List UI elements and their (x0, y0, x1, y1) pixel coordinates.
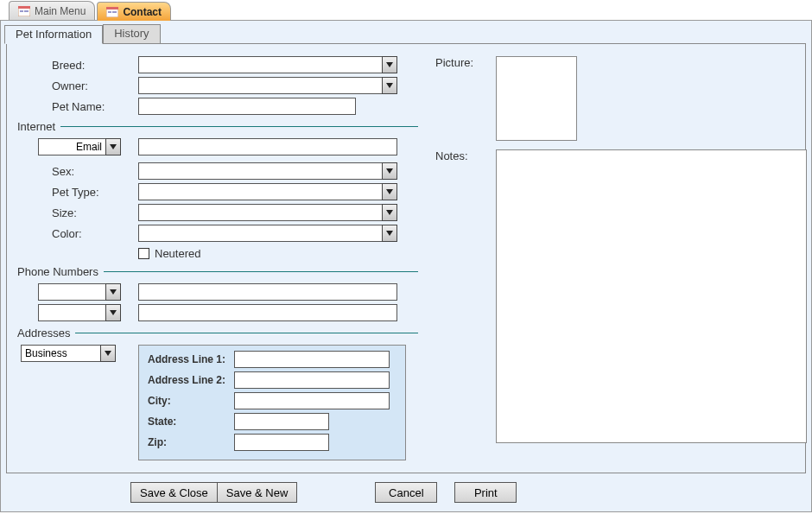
addr-line2-label: Address Line 2: (148, 374, 234, 386)
tab-main-menu[interactable]: Main Menu (9, 1, 95, 20)
address-type-input[interactable] (21, 345, 100, 362)
dropdown-icon[interactable] (382, 77, 397, 94)
divider-line (60, 126, 418, 127)
neutered-label: Neutered (155, 247, 200, 260)
owner-input[interactable] (138, 77, 382, 94)
notes-label: Notes: (435, 149, 487, 162)
dropdown-icon[interactable] (105, 283, 121, 301)
dropdown-icon[interactable] (382, 225, 397, 242)
svg-marker-17 (105, 351, 111, 356)
svg-marker-15 (110, 289, 117, 295)
city-input[interactable] (234, 392, 390, 409)
form-icon (106, 7, 118, 17)
divider-line (104, 271, 418, 272)
phone2-type-input[interactable] (38, 304, 105, 321)
svg-rect-1 (18, 6, 30, 9)
phone2-type-combo[interactable] (38, 304, 121, 321)
workspace: Main Menu Contact Pet Information Histor… (0, 0, 812, 514)
addresses-section-label: Addresses (17, 327, 75, 339)
pet-type-label: Pet Type: (52, 186, 138, 199)
pet-name-label: Pet Name: (52, 100, 138, 113)
email-value-input[interactable] (138, 138, 397, 155)
right-column: Picture: Notes: (435, 56, 807, 460)
form-icon (18, 6, 30, 16)
dropdown-icon[interactable] (382, 204, 397, 221)
svg-marker-16 (110, 310, 117, 315)
section-addresses: Addresses (17, 327, 418, 339)
size-input[interactable] (138, 204, 382, 221)
dropdown-icon[interactable] (105, 304, 121, 321)
breed-combo[interactable] (138, 56, 397, 73)
action-bar: Save & Close Save & New Cancel Print (6, 482, 806, 503)
tab-history[interactable]: History (103, 24, 160, 43)
phone2-value-input[interactable] (138, 304, 397, 321)
svg-marker-14 (386, 231, 393, 236)
color-label: Color: (52, 227, 138, 240)
tab-contact-label: Contact (123, 6, 162, 18)
svg-rect-3 (24, 10, 29, 12)
dropdown-icon[interactable] (382, 183, 397, 200)
form-content: Pet Information History Breed: Owner: (0, 21, 812, 512)
phone1-type-input[interactable] (38, 283, 105, 301)
dropdown-icon[interactable] (382, 56, 397, 73)
breed-input[interactable] (138, 56, 382, 73)
section-phone: Phone Numbers (17, 265, 418, 278)
print-button[interactable]: Print (454, 482, 517, 503)
address-type-combo[interactable] (21, 345, 116, 362)
email-type-combo[interactable] (38, 138, 121, 155)
inner-tabs: Pet Information History (4, 24, 806, 43)
color-input[interactable] (138, 225, 382, 242)
size-label: Size: (52, 206, 138, 219)
addr-line1-label: Address Line 1: (148, 353, 234, 365)
state-label: State: (148, 416, 234, 428)
owner-combo[interactable] (138, 77, 397, 94)
neutered-row: Neutered (138, 247, 418, 260)
city-label: City: (148, 395, 234, 407)
dropdown-icon[interactable] (100, 345, 116, 362)
color-combo[interactable] (138, 225, 397, 242)
svg-marker-10 (110, 144, 117, 149)
svg-marker-12 (386, 189, 393, 194)
notes-textarea[interactable] (496, 149, 807, 443)
dropdown-icon[interactable] (105, 138, 121, 155)
phone1-value-input[interactable] (138, 283, 397, 301)
pet-name-input[interactable] (138, 98, 356, 115)
sex-combo[interactable] (138, 162, 397, 180)
sex-input[interactable] (138, 162, 382, 180)
svg-rect-5 (106, 7, 118, 10)
svg-marker-8 (386, 62, 393, 67)
picture-box[interactable] (496, 56, 577, 141)
save-new-button[interactable]: Save & New (217, 482, 298, 503)
left-column: Breed: Owner: Pet (21, 56, 418, 460)
owner-label: Owner: (52, 79, 138, 92)
sex-label: Sex: (52, 165, 138, 178)
tab-main-menu-label: Main Menu (35, 5, 86, 17)
section-internet: Internet (17, 120, 418, 133)
zip-input[interactable] (234, 434, 329, 451)
svg-marker-11 (386, 168, 393, 174)
svg-rect-6 (108, 11, 111, 13)
svg-marker-13 (386, 210, 393, 215)
pet-type-input[interactable] (138, 183, 382, 200)
dropdown-icon[interactable] (382, 162, 397, 180)
save-close-button[interactable]: Save & Close (130, 482, 218, 503)
phone1-type-combo[interactable] (38, 283, 121, 301)
zip-label: Zip: (148, 436, 234, 448)
svg-rect-7 (112, 11, 117, 13)
tab-contact[interactable]: Contact (97, 2, 171, 21)
neutered-checkbox[interactable] (138, 248, 149, 259)
form-panel: Breed: Owner: Pet (6, 43, 806, 473)
pet-type-combo[interactable] (138, 183, 397, 200)
internet-section-label: Internet (17, 120, 60, 133)
phone-section-label: Phone Numbers (17, 265, 104, 278)
state-input[interactable] (234, 413, 329, 430)
tab-pet-information[interactable]: Pet Information (4, 25, 103, 44)
addr-line1-input[interactable] (234, 351, 390, 368)
picture-label: Picture: (435, 56, 487, 69)
email-type-input[interactable] (38, 138, 105, 155)
size-combo[interactable] (138, 204, 397, 221)
svg-marker-9 (386, 83, 393, 88)
addr-line2-input[interactable] (234, 371, 390, 389)
divider-line (75, 333, 418, 333)
cancel-button[interactable]: Cancel (375, 482, 437, 503)
